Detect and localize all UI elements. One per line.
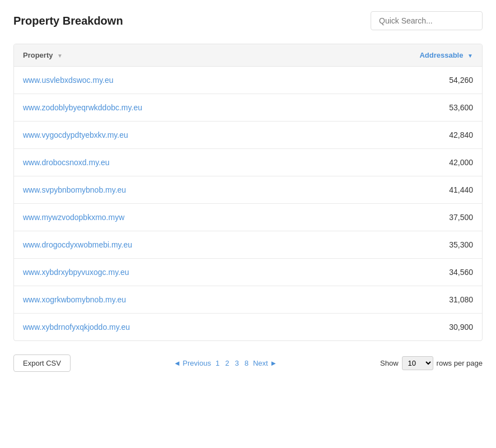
property-link[interactable]: www.drogocdyxwobmebi.my.eu [23,240,132,249]
page-2-link[interactable]: 2 [224,359,230,367]
table-row: www.svpybnbomybnob.my.eu41,440 [14,176,482,204]
rows-per-page-select[interactable]: 10 25 50 100 [402,356,433,370]
property-cell: www.drobocsnoxd.my.eu [14,149,341,176]
property-sort-icon: ▼ [57,53,63,59]
table-row: www.xybdrxybpyvuxogc.my.eu34,560 [14,259,482,286]
property-cell: www.svpybnbomybnob.my.eu [14,176,341,204]
addressable-value: 37,500 [341,204,482,231]
table-row: www.xogrkwbomybnob.my.eu31,080 [14,286,482,314]
rows-suffix-label: rows per page [437,359,483,367]
property-cell: www.usvlebxdswoc.my.eu [14,67,341,94]
property-cell: www.mywzvodopbkxmo.myw [14,204,341,231]
page-3-link[interactable]: 3 [233,359,240,367]
property-link[interactable]: www.zodoblybyeqrwkddobc.my.eu [23,103,142,112]
table-row: www.drogocdyxwobmebi.my.eu35,300 [14,231,482,259]
property-table: Property ▼ Addressable ▼ www.usvlebxdswo… [13,44,483,341]
addressable-value: 35,300 [341,231,482,259]
table-row: www.zodoblybyeqrwkddobc.my.eu53,600 [14,94,482,122]
page-8-link[interactable]: 8 [244,359,250,367]
previous-page-link[interactable]: ◄ Previous [174,359,211,367]
property-cell: www.xogrkwbomybnob.my.eu [14,286,341,314]
property-link[interactable]: www.vygocdypdtyebxkv.my.eu [23,130,128,139]
property-cell: www.xybdrnofyxqkjoddo.my.eu [14,314,341,341]
property-cell: www.zodoblybyeqrwkddobc.my.eu [14,94,341,122]
property-link[interactable]: www.xybdrnofyxqkjoddo.my.eu [23,323,130,332]
addressable-value: 54,260 [341,67,482,94]
property-link[interactable]: www.drobocsnoxd.my.eu [23,158,110,167]
addressable-value: 30,900 [341,314,482,341]
property-link[interactable]: www.usvlebxdswoc.my.eu [23,76,114,85]
property-column-header[interactable]: Property ▼ [14,44,341,67]
addressable-value: 53,600 [341,94,482,122]
show-label: Show [380,359,399,367]
addressable-value: 41,440 [341,176,482,204]
page-1-link[interactable]: 1 [214,359,221,367]
export-csv-button[interactable]: Export CSV [13,354,71,372]
property-link[interactable]: www.mywzvodopbkxmo.myw [23,213,124,222]
property-link[interactable]: www.xybdrxybpyvuxogc.my.eu [23,268,129,277]
table-row: www.usvlebxdswoc.my.eu54,260 [14,67,482,94]
addressable-column-header[interactable]: Addressable ▼ [341,44,482,67]
addressable-value: 42,000 [341,149,482,176]
table-row: www.xybdrnofyxqkjoddo.my.eu30,900 [14,314,482,341]
property-link[interactable]: www.svpybnbomybnob.my.eu [23,185,126,194]
property-link[interactable]: www.xogrkwbomybnob.my.eu [23,295,126,304]
table-header-row: Property ▼ Addressable ▼ [14,44,482,67]
page-title: Property Breakdown [13,15,123,27]
addressable-value: 31,080 [341,286,482,314]
property-cell: www.vygocdypdtyebxkv.my.eu [14,122,341,149]
table-row: www.drobocsnoxd.my.eu42,000 [14,149,482,176]
addressable-sort-icon: ▼ [467,53,473,59]
rows-per-page-control: Show 10 25 50 100 rows per page [380,356,483,370]
property-cell: www.drogocdyxwobmebi.my.eu [14,231,341,259]
table-row: www.mywzvodopbkxmo.myw37,500 [14,204,482,231]
property-cell: www.xybdrxybpyvuxogc.my.eu [14,259,341,286]
search-input[interactable] [371,11,483,30]
next-page-link[interactable]: Next ► [253,359,277,367]
addressable-value: 34,560 [341,259,482,286]
addressable-value: 42,840 [341,122,482,149]
pagination: ◄ Previous 1 2 3 8 Next ► [174,359,277,367]
table-row: www.vygocdypdtyebxkv.my.eu42,840 [14,122,482,149]
